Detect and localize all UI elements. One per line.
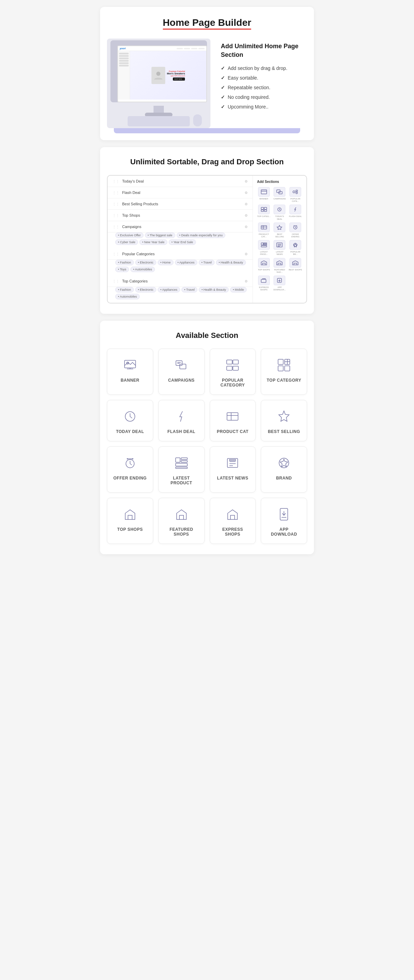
dnd-section-icon-flash-deal: [289, 205, 301, 214]
svg-point-5: [293, 191, 295, 193]
dnd-row-flash-deal[interactable]: ⋮⋮ Flash Deal ⚙: [108, 187, 253, 199]
card-latest-product[interactable]: LATEST PRODUCT: [158, 446, 205, 493]
dnd-section-campaigns[interactable]: CAMPAIGNS: [273, 187, 287, 202]
dnd-section-product-cat[interactable]: PRODUCT CAT...: [257, 223, 271, 238]
svg-rect-60: [176, 458, 180, 462]
card-latest-news[interactable]: LATEST NEWS: [210, 446, 256, 493]
card-top-shops[interactable]: TOP SHOPS: [107, 498, 153, 544]
svg-rect-23: [261, 246, 267, 247]
dnd-section-icon-latest-news: [273, 240, 285, 250]
card-top-category[interactable]: TOP CATEGORY: [261, 348, 307, 395]
svg-point-6: [296, 190, 298, 192]
card-express-shops[interactable]: EXPRESS SHOPS: [210, 498, 256, 544]
card-flash-deal-icon: [174, 409, 189, 424]
dnd-section-featured-shops[interactable]: FEATURED SHO...: [273, 258, 287, 274]
svg-rect-22: [264, 244, 267, 245]
dnd-row-best-selling[interactable]: ⋮⋮ Best Selling Products ⚙: [108, 199, 253, 210]
feature-item-1: ✓ Add section by drag & drop.: [221, 65, 307, 71]
tag-yearend: • Year End Sale: [169, 239, 196, 245]
dnd-section-latest-prod[interactable]: LATEST PROD...: [257, 240, 271, 256]
check-icon-5: ✓: [221, 104, 225, 110]
dnd-section-offer-ending[interactable]: OFFER ENDING: [288, 223, 302, 238]
svg-rect-69: [229, 460, 236, 461]
row-settings-icon-6: ⚙: [245, 252, 248, 256]
card-campaigns-label: CAMPAIGNS: [168, 378, 195, 383]
card-express-shops-icon: [225, 507, 240, 522]
dnd-section-banner[interactable]: BANNER: [257, 187, 271, 202]
dnd-section-app-download[interactable]: APP DOWNLOA...: [273, 275, 287, 291]
card-app-download[interactable]: APP DOWNLOAD: [261, 498, 307, 544]
dnd-row-top-cat[interactable]: ⋮⋮ Top Categories ⚙: [108, 275, 253, 287]
dnd-section-icon-popular-brand: [289, 240, 301, 250]
card-today-deal-label: TODAY DEAL: [116, 429, 144, 434]
card-banner-label: BANNER: [121, 378, 139, 383]
card-featured-shops[interactable]: FEATURED SHOPS: [158, 498, 205, 544]
feature-item-5: ✓ Upcomming More..: [221, 104, 307, 110]
mockup-screen: yoori: [117, 46, 207, 102]
dnd-row-popular-cat[interactable]: ⋮⋮ Popular Categories ⚙: [108, 248, 253, 260]
dnd-row-campaigns[interactable]: ⋮⋮ Campaigns ⚙: [108, 221, 253, 232]
dnd-tags-campaigns: • Exclusive Offer • The biggest sale • D…: [108, 232, 253, 248]
purple-bar: [114, 128, 300, 133]
tag-newyear: • New Year Sale: [139, 239, 167, 245]
feature-label-2: Easy sortable.: [228, 75, 258, 81]
feature-item-4: ✓ No coding required.: [221, 94, 307, 100]
card-campaigns[interactable]: CAMPAIGNS: [158, 348, 205, 395]
card-flash-deal[interactable]: FLASH DEAL: [158, 400, 205, 441]
dnd-section-best-selling[interactable]: BEST SELLING: [273, 223, 287, 238]
dnd-tags-topcats: • Fashion • Electronic • Appliances • Tr…: [108, 287, 253, 303]
dnd-section-best-shops[interactable]: BEST SHOPS: [288, 258, 302, 274]
card-offer-ending[interactable]: OFFER ENDING: [107, 446, 153, 493]
tag-auto-2: • Automobiles: [115, 294, 140, 299]
dnd-section-popular-brand[interactable]: POPULAR BR...: [288, 240, 302, 256]
dnd-section-pop-cat[interactable]: POPULAR CATE...: [288, 187, 302, 202]
card-latest-news-icon: [225, 455, 240, 471]
svg-rect-30: [261, 279, 266, 282]
card-today-deal[interactable]: TODAY DEAL: [107, 400, 153, 441]
row-label-best-selling: Best Selling Products: [122, 202, 245, 206]
svg-rect-3: [277, 190, 280, 192]
svg-rect-41: [227, 360, 232, 364]
feature-label-3: Repeatable section.: [228, 85, 270, 90]
row-label-popular-cat: Popular Categories: [122, 252, 245, 256]
tag-health-2: • Health & Beauty: [199, 287, 229, 293]
drag-icon: ⋮⋮: [112, 180, 119, 183]
card-popular-cat-icon: [225, 358, 240, 373]
dnd-section-top-cat[interactable]: TOP CATEG...: [257, 205, 271, 220]
dnd-section: Unlimited Sortable, Drag and Drop Sectio…: [100, 147, 314, 314]
dnd-section-today-deal[interactable]: TODAY'S DEAL: [273, 205, 287, 220]
dnd-section-label-app-download: APP DOWNLOA...: [273, 286, 287, 291]
tag-health: • Health & Beauty: [216, 260, 246, 265]
card-banner[interactable]: BANNER: [107, 348, 153, 395]
tag-biggest: • The biggest sale: [145, 232, 175, 238]
tag-deals: • Deals made especially for you: [177, 232, 225, 238]
dnd-section-express-shops[interactable]: EXPRESS SHOPS: [257, 275, 271, 291]
dnd-section-flash-deal[interactable]: FLASH DEAL: [288, 205, 302, 220]
svg-marker-71: [280, 459, 288, 467]
dnd-section-latest-news[interactable]: LATEST NEWS: [273, 240, 287, 256]
tag-cyber: • Cyber Sale: [115, 239, 138, 245]
card-top-shops-label: TOP SHOPS: [117, 527, 143, 532]
hero-section: Home Page Builder yoori: [100, 7, 314, 140]
card-campaigns-icon: [174, 358, 189, 373]
dnd-section-label-product-cat: PRODUCT CAT...: [257, 233, 271, 238]
drag-icon-7: ⋮⋮: [112, 279, 119, 283]
tag-appliances-2: • Appliances: [158, 287, 180, 293]
svg-marker-55: [279, 411, 289, 421]
card-flash-deal-label: FLASH DEAL: [167, 429, 195, 434]
dnd-section-top-shops[interactable]: TOP SHOPS: [257, 258, 271, 274]
check-icon-3: ✓: [221, 85, 225, 90]
mockup-body: Custom Colorful Men's Sneakers upto 50% …: [118, 51, 206, 100]
card-popular-category[interactable]: POPULAR CATEGORY: [210, 348, 256, 395]
dnd-section-icon-campaigns: [273, 187, 285, 197]
dnd-row-top-shops[interactable]: ⋮⋮ Top Shops ⚙: [108, 210, 253, 221]
dnd-section-icon-top-cat: [258, 205, 270, 214]
card-brand[interactable]: BRAND: [261, 446, 307, 493]
card-best-selling[interactable]: BEST SELLING: [261, 400, 307, 441]
card-banner-icon: [123, 358, 137, 373]
dnd-row-today-deal[interactable]: ⋮⋮ Today's Deal ⚙: [108, 176, 253, 187]
svg-rect-63: [176, 463, 187, 466]
card-product-cat-icon: [225, 409, 240, 424]
dnd-section-label-today-deal: TODAY'S DEAL: [273, 215, 287, 220]
card-product-cat[interactable]: PRODUCT CAT: [210, 400, 256, 441]
